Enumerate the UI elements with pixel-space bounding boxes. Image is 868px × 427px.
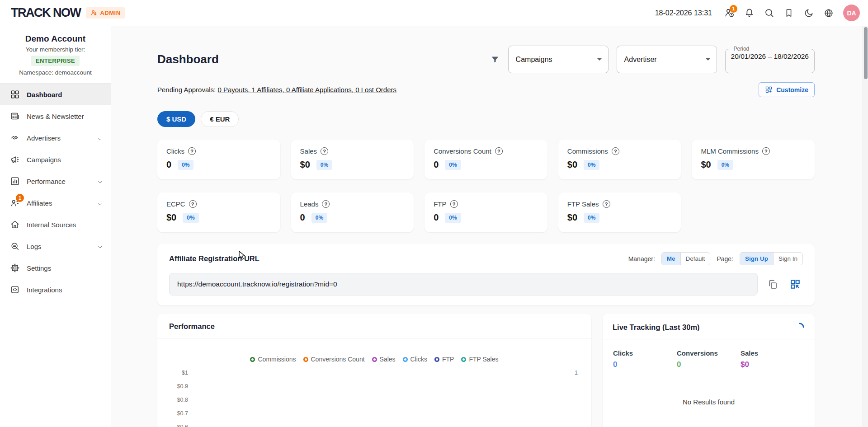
scrollbar-thumb[interactable] (864, 27, 868, 79)
pending-lost-orders-link[interactable]: 0 Lost Orders (355, 86, 396, 94)
tier-badge: ENTERPRISE (31, 56, 80, 66)
help-icon[interactable] (321, 147, 328, 155)
sidebar-item-label: Dashboard (27, 91, 103, 99)
loading-spinner-icon (795, 322, 805, 332)
legend-label: Commissions (258, 356, 296, 363)
help-icon[interactable] (762, 147, 770, 155)
metric-percent-badge: 0% (183, 213, 198, 223)
pending-users-button[interactable]: 1 (720, 4, 738, 22)
period-label: Period (732, 46, 751, 52)
metric-card-mlm-commissions: MLM Commissions $00% (692, 140, 815, 179)
vertical-scrollbar[interactable] (863, 26, 868, 427)
legend-item-ftp[interactable]: FTP (434, 356, 454, 363)
sidebar-item-logs[interactable]: Logs (0, 235, 111, 257)
page-signup-option[interactable]: Sign Up (740, 253, 773, 265)
sidebar-item-dashboard[interactable]: Dashboard (0, 84, 111, 105)
metric-value: $0 (166, 212, 176, 223)
account-info: Demo Account Your membership tier: ENTER… (0, 34, 111, 76)
legend-item-clicks[interactable]: Clicks (403, 356, 427, 363)
legend-item-commissions[interactable]: Commissions (250, 356, 296, 363)
search-button[interactable] (760, 4, 778, 22)
legend-item-conversions-count[interactable]: Conversions Count (303, 356, 365, 363)
period-field[interactable]: Period 20/01/2026 – 18/02/2026 (725, 46, 815, 73)
qr-code-icon (789, 278, 801, 290)
metric-card-sales: Sales $00% (291, 140, 414, 179)
currency-eur-button[interactable]: € EUR (201, 111, 239, 127)
help-icon[interactable] (322, 200, 330, 208)
sidebar-item-label: Integrations (27, 286, 103, 294)
help-icon[interactable] (603, 200, 610, 208)
metric-card-ftp: FTP 00% (425, 192, 547, 232)
registration-url-input[interactable] (169, 273, 758, 296)
currency-usd-button[interactable]: $ USD (157, 111, 195, 127)
help-icon[interactable] (495, 147, 503, 155)
page-signin-option[interactable]: Sign In (773, 253, 802, 265)
manager-label: Manager: (628, 255, 655, 263)
chart-plot-area: $11 $0.9 $0.8 $0.7 $0.6 (157, 366, 591, 427)
y-axis-tick: $0.6 (157, 424, 188, 427)
sidebar-item-advertisers[interactable]: Advertisers (0, 127, 111, 149)
metric-value: 0 (434, 160, 439, 170)
dark-mode-button[interactable] (800, 4, 818, 22)
metric-card-ecpc: ECPC $00% (157, 192, 280, 232)
bell-icon (744, 8, 755, 18)
live-stat-value: 0 (677, 360, 741, 369)
metric-card-clicks: Clicks 00% (157, 140, 280, 179)
legend-item-ftp-sales[interactable]: FTP Sales (461, 356, 498, 363)
notifications-button[interactable] (740, 4, 758, 22)
y-axis-tick: $0.8 (157, 397, 188, 403)
help-icon[interactable] (450, 200, 458, 208)
page-label: Page: (717, 255, 733, 263)
pending-affiliates-link[interactable]: 1 Affiliates (252, 86, 286, 94)
sidebar-item-integrations[interactable]: Integrations (0, 279, 111, 300)
legend-label: Conversions Count (311, 356, 365, 363)
sidebar-item-settings[interactable]: Settings (0, 257, 111, 279)
pending-payouts-link[interactable]: 0 Payouts (217, 86, 251, 94)
customize-button[interactable]: Customize (759, 82, 815, 97)
metric-value: $0 (567, 212, 577, 223)
bookmarks-button[interactable] (780, 4, 798, 22)
logs-search-icon (10, 241, 20, 251)
language-button[interactable] (820, 4, 838, 22)
help-icon[interactable] (612, 147, 619, 155)
live-stat-label: Sales (741, 349, 804, 357)
app-logo: TRACK NOW (11, 6, 80, 20)
help-icon[interactable] (188, 147, 196, 155)
metric-label: ECPC (166, 200, 185, 208)
admin-person-lock-icon (90, 9, 97, 16)
chevron-down-icon (97, 244, 103, 249)
sidebar-item-news-newsletter[interactable]: News & Newsletter (0, 105, 111, 127)
filter-funnel-icon[interactable] (490, 55, 500, 65)
affiliate-registration-panel: Affiliate Registration URL Manager: Me D… (157, 244, 815, 305)
advertiser-select[interactable]: Advertiser (617, 46, 717, 73)
manager-default-option[interactable]: Default (680, 253, 710, 265)
user-avatar[interactable]: DA (843, 5, 860, 21)
main-content: Dashboard Campaigns Advertiser Period 20… (111, 26, 868, 427)
datetime: 18-02-2026 13:31 (655, 9, 712, 17)
metric-value: 0 (166, 160, 171, 170)
y-axis-tick: $0.7 (157, 410, 188, 417)
sidebar-item-affiliates[interactable]: 1 Affiliates (0, 192, 111, 214)
manager-me-option[interactable]: Me (662, 253, 680, 265)
gear-icon (10, 263, 20, 273)
legend-ring (461, 357, 466, 362)
metric-percent-badge: 0% (316, 160, 332, 170)
bookmark-icon (784, 8, 794, 18)
tier-label: Your membership tier: (5, 46, 105, 53)
copy-url-button[interactable] (765, 277, 780, 292)
live-stat-label: Clicks (613, 349, 677, 357)
metric-percent-badge: 0% (311, 213, 327, 223)
sidebar-item-internal-sources[interactable]: Internal Sources (0, 214, 111, 235)
manager-toggle: Me Default (661, 252, 711, 265)
sidebar-item-campaigns[interactable]: Campaigns (0, 149, 111, 170)
legend-ring (403, 357, 408, 362)
y-axis-tick: $0.9 (157, 383, 188, 389)
legend-item-sales[interactable]: Sales (372, 356, 396, 363)
qr-code-button[interactable] (788, 277, 803, 292)
pending-affiliate-applications-link[interactable]: 0 Affiliate Applications (286, 86, 355, 94)
chart-legend: Commissions Conversions Count Sales Clic… (157, 356, 591, 363)
metric-card-ftp-sales: FTP Sales $00% (558, 192, 681, 232)
campaigns-select[interactable]: Campaigns (508, 46, 609, 73)
help-icon[interactable] (189, 200, 197, 208)
sidebar-item-performance[interactable]: Performance (0, 170, 111, 192)
